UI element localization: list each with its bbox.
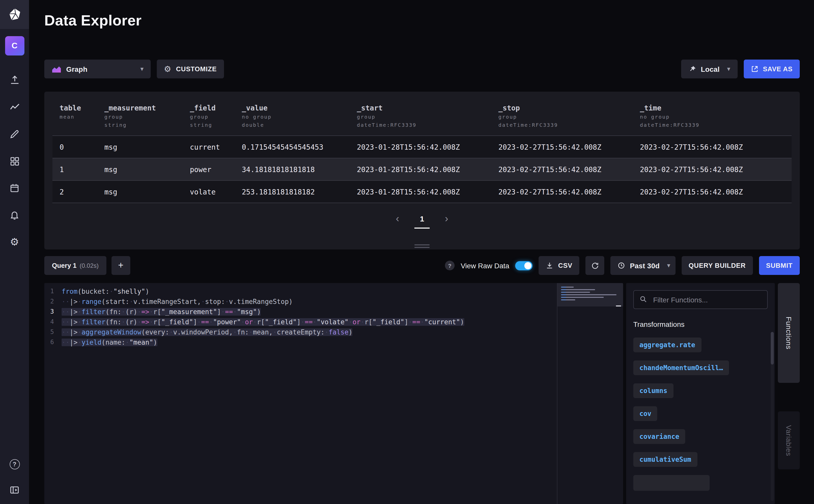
help-icon[interactable]: ? [8, 458, 21, 470]
editor-minimap[interactable] [557, 283, 623, 504]
pagination: ‹ 1 › [52, 213, 792, 223]
code-line[interactable]: 4··|>·filter(fn:·(r)·=>·r["_field"]·==·"… [44, 317, 556, 327]
add-query-button[interactable]: + [111, 256, 130, 275]
time-range-dropdown[interactable]: Past 30d ▾ [611, 256, 676, 275]
csv-label: CSV [558, 262, 572, 269]
query-builder-button[interactable]: QUERY BUILDER [681, 256, 753, 275]
refresh-button[interactable] [586, 256, 605, 275]
customize-button[interactable]: ⚙ CUSTOMIZE [157, 60, 224, 78]
query-tab-label: Query 1 [52, 262, 77, 269]
tab-variables[interactable]: Variables [778, 411, 800, 469]
dashboards-icon[interactable] [8, 155, 21, 167]
caret-down-icon: ▾ [727, 66, 730, 72]
org-avatar[interactable]: C [5, 36, 24, 55]
function-chip[interactable]: aggregate.rate [633, 338, 701, 352]
column-header: _startgroupdateTime:RFC3339 [350, 104, 491, 128]
next-page-button[interactable]: › [441, 213, 452, 223]
graph-icon[interactable] [8, 101, 21, 113]
editor-workspace: 1from(bucket:·"shelly")2··|>·range(start… [44, 283, 800, 504]
column-header: tablemean [52, 104, 97, 128]
search-icon [639, 295, 648, 305]
function-chip[interactable]: cov [633, 406, 657, 421]
timezone-dropdown[interactable]: Local ▾ [681, 60, 737, 78]
filter-functions-input[interactable] [633, 290, 768, 309]
code-line-text: from(bucket:·"shelly") [62, 287, 149, 295]
panel-resize-handle[interactable] [414, 244, 430, 248]
functions-panel: Transformations aggregate.ratechandeMome… [626, 283, 775, 504]
table-cell: msg [97, 143, 183, 151]
view-type-dropdown[interactable]: Graph ▾ [44, 60, 151, 78]
line-number: 6 [44, 339, 62, 346]
influxdb-logo[interactable] [0, 0, 29, 29]
table-cell: msg [97, 165, 183, 173]
line-number: 3 [44, 308, 62, 315]
submit-button[interactable]: SUBMIT [759, 256, 800, 275]
app-window: C ⚙ ? Data Explorer Graph ▾ ⚙ [0, 0, 814, 504]
line-number: 5 [44, 328, 62, 335]
caret-down-icon: ▾ [141, 66, 144, 72]
code-line[interactable]: 6··|>·yield(name:·"mean") [44, 337, 556, 347]
code-line-text: ··|>·filter(fn:·(r)·=>·r["_field"]·==·"p… [62, 318, 464, 326]
column-header: _measurementgroupstring [97, 104, 183, 128]
bell-icon[interactable] [8, 209, 21, 221]
nav-sidebar: C ⚙ ? [0, 0, 29, 504]
sidebar-bottom-nav: ? [8, 458, 21, 504]
code-line[interactable]: 5··|>·aggregateWindow(every:·v.windowPer… [44, 327, 556, 337]
table-cell: volate [183, 188, 235, 196]
save-as-label: SAVE AS [763, 65, 793, 73]
download-icon [546, 262, 554, 269]
functions-list: aggregate.ratechandeMomentumOscill…colum… [633, 338, 768, 491]
functions-section-title: Transformations [633, 320, 768, 328]
table-cell: 0.17154545454545453 [235, 143, 350, 151]
code-line[interactable]: 1from(bucket:·"shelly") [44, 286, 556, 296]
save-as-button[interactable]: SAVE AS [743, 60, 800, 78]
tab-functions[interactable]: Functions [778, 283, 800, 383]
time-range-label: Past 30d [630, 261, 660, 270]
table-cell: 2023-02-27T15:56:42.008Z [633, 165, 792, 173]
function-chip[interactable]: covariance [633, 429, 685, 444]
table-cell: 1 [52, 165, 97, 173]
table-cell: 2023-02-27T15:56:42.008Z [491, 165, 633, 173]
clock-icon [618, 262, 625, 269]
code-line-text: ··|>·range(start:·v.timeRangeStart,·stop… [62, 298, 293, 305]
flux-editor[interactable]: 1from(bucket:·"shelly")2··|>·range(start… [44, 283, 623, 504]
minimap-lines [561, 287, 616, 302]
table-row: 2msgvolate253.18181818181822023-01-28T15… [52, 180, 792, 203]
raw-data-help-icon[interactable]: ? [445, 261, 455, 270]
line-number: 1 [44, 288, 62, 295]
code-line[interactable]: 2··|>·range(start:·v.timeRangeStart,·sto… [44, 296, 556, 306]
calendar-icon[interactable] [8, 182, 21, 194]
gear-icon: ⚙ [164, 65, 172, 73]
function-chip[interactable]: cumulativeSum [633, 452, 697, 467]
pencil-icon[interactable] [8, 128, 21, 140]
table-cell: 2023-01-28T15:56:42.008Z [350, 165, 491, 173]
query-tab[interactable]: Query 1 (0.02s) [44, 256, 106, 275]
table-cell: 2023-02-27T15:56:42.008Z [491, 188, 633, 196]
table-row: 0msgcurrent0.171545454545454532023-01-28… [52, 135, 792, 158]
expand-icon[interactable] [8, 484, 21, 496]
function-chip-partial[interactable] [633, 475, 710, 491]
function-chip[interactable]: chandeMomentumOscill… [633, 360, 729, 375]
view-raw-data-toggle[interactable] [515, 261, 533, 270]
gear-icon[interactable]: ⚙ [8, 236, 21, 248]
side-tabs: Functions Variables [778, 283, 800, 504]
upload-icon[interactable] [8, 74, 21, 86]
prev-page-button[interactable]: ‹ [392, 213, 403, 223]
column-header: _stopgroupdateTime:RFC3339 [491, 104, 633, 128]
line-number: 2 [44, 298, 62, 305]
column-header: _fieldgroupstring [183, 104, 235, 128]
function-chip[interactable]: columns [633, 383, 673, 398]
table-cell: current [183, 143, 235, 151]
code-line[interactable]: 3··|>·filter(fn:·(r)·=>·r["_measurement"… [44, 306, 556, 317]
scrollbar-thumb[interactable] [771, 332, 774, 365]
table-cell: 253.1818181818182 [235, 188, 350, 196]
area-chart-icon [51, 65, 62, 73]
editor-code[interactable]: 1from(bucket:·"shelly")2··|>·range(start… [44, 286, 556, 347]
code-line-text: ··|>·filter(fn:·(r)·=>·r["_measurement"]… [62, 308, 261, 315]
functions-scrollbar[interactable] [771, 332, 774, 501]
query-duration: (0.02s) [80, 262, 99, 269]
csv-download-button[interactable]: CSV [539, 256, 580, 275]
code-line-text: ··|>·aggregateWindow(every:·v.windowPeri… [62, 328, 353, 336]
table-cell: 2023-02-27T15:56:42.008Z [633, 188, 792, 196]
view-toolbar: Graph ▾ ⚙ CUSTOMIZE Local ▾ [44, 60, 800, 78]
